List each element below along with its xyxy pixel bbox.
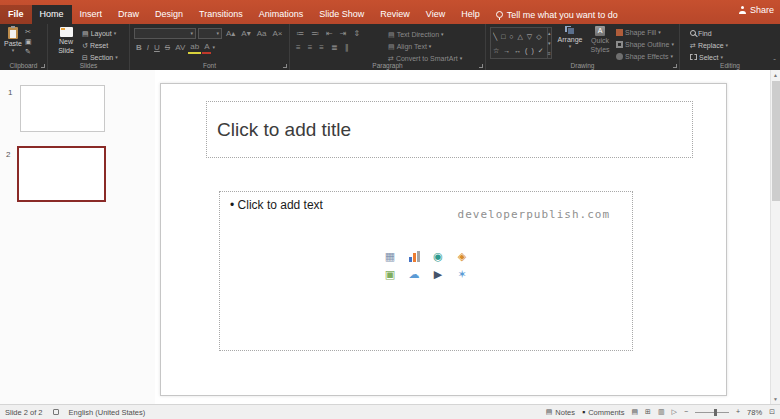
- line-spacing-button[interactable]: ⇕: [351, 28, 362, 39]
- font-dialog-launcher-icon[interactable]: [283, 64, 287, 68]
- tab-home[interactable]: Home: [32, 5, 72, 24]
- insert-online-picture-icon[interactable]: ☁: [409, 268, 420, 281]
- clear-formatting-button[interactable]: A×: [271, 28, 285, 39]
- increase-indent-button[interactable]: ⇥: [338, 28, 349, 39]
- decrease-font-size-button[interactable]: A▾: [239, 28, 252, 39]
- shapes-gallery-more-icon[interactable]: ≡: [548, 50, 551, 56]
- insert-table-icon[interactable]: ▦: [385, 250, 395, 263]
- quick-styles-label-2: Styles: [590, 45, 609, 54]
- zoom-level[interactable]: 78%: [747, 408, 762, 417]
- layout-label: Layout: [91, 30, 112, 37]
- shape-effects-button[interactable]: Shape Effects ▾: [614, 50, 676, 62]
- slideshow-view-button[interactable]: ▷: [672, 408, 677, 416]
- italic-button[interactable]: I: [145, 42, 151, 53]
- character-spacing-button[interactable]: AV: [173, 42, 187, 53]
- paste-button[interactable]: Paste ▾: [4, 27, 22, 56]
- bullets-button[interactable]: ≔: [294, 28, 306, 39]
- align-left-button[interactable]: ≡: [294, 42, 303, 53]
- copy-icon[interactable]: ▣: [25, 37, 32, 46]
- slide-thumbnail-panel[interactable]: 1 2: [0, 70, 155, 404]
- zoom-in-button[interactable]: +: [736, 408, 740, 416]
- scrollbar-thumb[interactable]: [772, 81, 780, 201]
- bold-button[interactable]: B: [134, 42, 144, 53]
- zoom-out-button[interactable]: −: [684, 408, 688, 416]
- insert-icons-icon[interactable]: ✶: [457, 268, 466, 281]
- fit-to-window-button[interactable]: ⊡: [769, 408, 775, 416]
- change-case-button[interactable]: Aa: [255, 28, 269, 39]
- numbering-button[interactable]: ≕: [309, 28, 321, 39]
- text-highlight-color-button[interactable]: ab: [188, 41, 201, 54]
- shape-fill-button[interactable]: Shape Fill ▾: [614, 26, 676, 38]
- quick-styles-button[interactable]: A Quick Styles: [586, 26, 614, 62]
- ribbon-group-drawing: ╲ □ ○ △ ▽ ◇ ☆ → ↔ ( ) ✓ ▴ ▾ ≡ Arrange ▾ …: [486, 24, 680, 70]
- clipboard-dialog-launcher-icon[interactable]: [41, 64, 45, 68]
- title-placeholder-text: Click to add title: [207, 119, 351, 141]
- paragraph-dialog-launcher-icon[interactable]: [479, 64, 483, 68]
- justify-button[interactable]: ≣: [329, 42, 340, 53]
- notes-button[interactable]: ▤ Notes: [546, 408, 575, 417]
- font-color-button[interactable]: A: [202, 41, 211, 54]
- tab-draw[interactable]: Draw: [110, 5, 147, 24]
- align-right-button[interactable]: ≡: [317, 42, 326, 53]
- zoom-slider[interactable]: [695, 412, 729, 413]
- shapes-gallery[interactable]: ╲ □ ○ △ ▽ ◇ ☆ → ↔ ( ) ✓ ▴ ▾ ≡: [490, 27, 552, 59]
- scroll-down-icon[interactable]: ▼: [771, 396, 780, 402]
- strikethrough-button[interactable]: S: [163, 42, 172, 53]
- insert-video-icon[interactable]: ▶: [434, 268, 442, 281]
- accessibility-icon[interactable]: [53, 409, 59, 415]
- tab-slide-show[interactable]: Slide Show: [311, 5, 372, 24]
- vertical-scrollbar[interactable]: ▲ ▼: [770, 70, 780, 404]
- insert-smartart-icon[interactable]: ◉: [433, 250, 443, 263]
- font-name-select[interactable]: ▾: [134, 28, 196, 39]
- language-indicator[interactable]: English (United States): [69, 408, 146, 417]
- replace-button[interactable]: ⇄ Replace ▾: [688, 39, 780, 51]
- slide-sorter-view-button[interactable]: ⊞: [645, 408, 651, 416]
- tab-transitions[interactable]: Transitions: [191, 5, 251, 24]
- shape-outline-button[interactable]: Shape Outline ▾: [614, 38, 676, 50]
- font-size-select[interactable]: ▾: [198, 28, 222, 39]
- increase-font-size-button[interactable]: A▴: [224, 28, 237, 39]
- reading-view-button[interactable]: ▥: [658, 408, 665, 416]
- tab-view[interactable]: View: [418, 5, 453, 24]
- shapes-gallery-down-icon[interactable]: ▾: [548, 40, 551, 46]
- find-button[interactable]: Find: [688, 27, 780, 39]
- tab-file[interactable]: File: [0, 5, 32, 24]
- comments-button[interactable]: ▪ Comments: [582, 408, 624, 417]
- cut-icon[interactable]: ✂: [25, 27, 32, 36]
- tab-design[interactable]: Design: [147, 5, 191, 24]
- normal-view-button[interactable]: ▤: [631, 408, 638, 416]
- columns-button[interactable]: ∥: [343, 42, 351, 53]
- slide-thumbnail-2[interactable]: [17, 146, 106, 202]
- chevron-down-icon: ▾: [114, 31, 117, 36]
- insert-3d-model-icon[interactable]: ◈: [458, 250, 466, 263]
- tab-animations[interactable]: Animations: [251, 5, 312, 24]
- slide-editor[interactable]: Click to add title • Click to add text d…: [160, 83, 727, 396]
- slide-thumbnail-1[interactable]: [20, 85, 105, 132]
- align-text-button[interactable]: ▤ Align Text ▾: [386, 40, 464, 52]
- title-placeholder[interactable]: Click to add title: [206, 101, 693, 158]
- format-painter-icon[interactable]: ✎: [25, 47, 32, 56]
- shapes-gallery-up-icon[interactable]: ▴: [548, 30, 551, 36]
- insert-picture-icon[interactable]: ▣: [385, 268, 395, 281]
- drawing-dialog-launcher-icon[interactable]: [673, 64, 677, 68]
- text-direction-button[interactable]: ▤ Text Direction ▾: [386, 28, 464, 40]
- tab-review[interactable]: Review: [372, 5, 418, 24]
- text-direction-label: Text Direction: [397, 31, 439, 38]
- layout-button[interactable]: ▤ Layout ▾: [80, 27, 120, 39]
- arrange-button[interactable]: Arrange ▾: [554, 26, 586, 62]
- reset-button[interactable]: ↺ Reset: [80, 39, 120, 51]
- share-button[interactable]: Share: [739, 5, 774, 15]
- underline-button[interactable]: U: [152, 42, 162, 53]
- new-slide-button[interactable]: New Slide: [52, 27, 80, 63]
- align-center-button[interactable]: ≡: [306, 42, 315, 53]
- scroll-up-icon[interactable]: ▲: [771, 72, 780, 78]
- tab-insert[interactable]: Insert: [72, 5, 111, 24]
- decrease-indent-button[interactable]: ⇤: [324, 28, 335, 39]
- insert-chart-icon[interactable]: [409, 251, 420, 262]
- content-placeholder[interactable]: • Click to add text developerpublish.com…: [219, 191, 633, 351]
- notes-label: Notes: [555, 408, 575, 417]
- zoom-slider-thumb[interactable]: [714, 409, 717, 416]
- collapse-ribbon-icon[interactable]: ˆ: [773, 58, 776, 66]
- tell-me-box[interactable]: Tell me what you want to do: [496, 5, 618, 24]
- tab-help[interactable]: Help: [453, 5, 488, 24]
